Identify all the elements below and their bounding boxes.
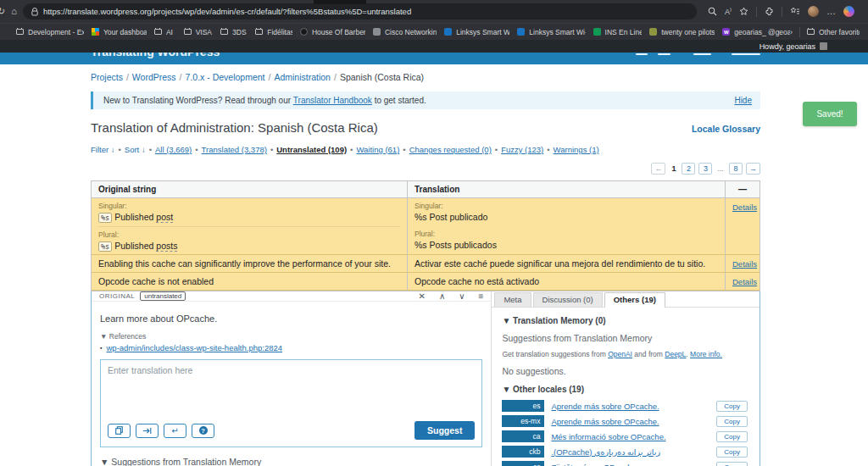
filter-fuzzy[interactable]: Fuzzy (123) xyxy=(501,145,543,154)
bookmark-linksys-2[interactable]: Linksys Smart Wi-F... xyxy=(509,28,585,36)
page-2-button[interactable]: 2 xyxy=(682,163,695,175)
filter-changes-requested[interactable]: Changes requested (0) xyxy=(409,145,492,154)
copy-button[interactable]: Copy xyxy=(716,416,748,427)
locale-translation-link[interactable]: Zjistěte více o OPcache. xyxy=(551,463,709,466)
separator: • xyxy=(547,145,549,154)
sort-toggle[interactable]: Sort ↓ xyxy=(125,145,146,154)
glossary-term[interactable]: posts xyxy=(156,241,177,252)
next-page-button[interactable]: → xyxy=(746,163,760,175)
bookmark-development[interactable]: Development - Exp... xyxy=(8,28,84,36)
table-row[interactable]: Opcode cache is not enabled Opcode cache… xyxy=(92,273,760,291)
table-row[interactable]: Enabling this cache can significantly im… xyxy=(92,255,760,273)
more-info-link[interactable]: More info. xyxy=(690,350,722,358)
bookmark-linksys-1[interactable]: Linksys Smart Wi-Fi xyxy=(437,28,509,36)
filter-all[interactable]: All (3,669) xyxy=(155,145,192,154)
table-row[interactable]: Singular: %sPublished post Plural: %sPub… xyxy=(92,198,760,255)
browser-chrome: ↻ ⌂ https://translate.wordpress.org/proj… xyxy=(0,0,868,40)
page-3-button[interactable]: 3 xyxy=(698,163,712,175)
breadcrumb-projects[interactable]: Projects xyxy=(91,72,123,82)
site-title[interactable]: Translating WordPress xyxy=(91,53,220,58)
read-aloud-icon[interactable]: A) xyxy=(725,7,732,16)
prev-page-button[interactable]: ← xyxy=(651,163,665,175)
references-toggle[interactable]: ▼ References xyxy=(100,332,482,341)
bookmark-visa[interactable]: VISA xyxy=(176,28,213,36)
close-icon[interactable]: ✕ xyxy=(419,291,426,301)
details-link[interactable]: Details xyxy=(732,277,757,286)
hide-notice-link[interactable]: Hide xyxy=(734,96,752,105)
settings-menu-icon[interactable]: … xyxy=(826,7,836,16)
filter-untranslated[interactable]: Untranslated (109) xyxy=(276,145,347,154)
menu-icon[interactable]: ≡ xyxy=(479,291,484,301)
nav-link-clipped[interactable] xyxy=(658,53,670,55)
translation-string: Opcode cache no está activado xyxy=(408,273,726,290)
copy-button[interactable]: Copy xyxy=(716,447,748,458)
bookmark-house-of-barber[interactable]: House Of Barber [... xyxy=(292,28,365,36)
filter-toggle[interactable]: Filter ↓ xyxy=(91,145,115,154)
copilot-icon[interactable] xyxy=(843,6,854,17)
nav-link-clipped[interactable] xyxy=(636,53,648,55)
page-8-button[interactable]: 8 xyxy=(729,163,743,175)
bookmarks-chevron-icon[interactable]: › xyxy=(790,28,793,36)
search-icon[interactable] xyxy=(708,7,717,16)
glossary-term[interactable]: post xyxy=(156,212,173,223)
breadcrumb-administration[interactable]: Administration xyxy=(274,72,331,82)
help-button[interactable]: ? xyxy=(192,424,214,438)
breadcrumb-wordpress[interactable]: WordPress xyxy=(132,72,176,82)
copy-button[interactable]: Copy xyxy=(716,462,748,466)
copy-button[interactable]: Copy xyxy=(716,431,748,442)
locale-translation-link[interactable]: Més informació sobre OPcache. xyxy=(551,432,709,441)
bookmark-ai[interactable]: AI xyxy=(147,28,176,36)
profile-avatar[interactable] xyxy=(808,6,819,17)
locale-glossary-link[interactable]: Locale Glossary xyxy=(692,124,760,134)
openai-link[interactable]: OpenAI xyxy=(608,350,632,358)
tab-discussion[interactable]: Discussion (0) xyxy=(533,292,603,307)
nav-link-clipped[interactable] xyxy=(693,53,711,55)
bookmark-geoarias[interactable]: Wgeoarias_ @geoari... xyxy=(715,28,790,36)
bookmark-ins[interactable]: INS En Linea xyxy=(586,28,643,36)
bookmark-twenty-one-pilots[interactable]: twenty one pilots -... xyxy=(642,28,715,36)
details-link[interactable]: Details xyxy=(732,259,757,269)
favorite-star-icon[interactable] xyxy=(739,7,748,16)
suggestions-tm-toggle[interactable]: ▼ Suggestions from Translation Memory xyxy=(100,457,482,466)
tab-meta[interactable]: Meta xyxy=(494,292,531,307)
translations-table: Original string Translation — Singular: … xyxy=(91,180,760,291)
other-locales-toggle[interactable]: ▼ Other locales (19) xyxy=(502,385,749,394)
insert-newline-button[interactable]: ↵ xyxy=(164,424,186,438)
translator-handbook-link[interactable]: Translator Handbook xyxy=(293,96,372,105)
copy-original-button[interactable] xyxy=(108,424,131,438)
bookmark-your-dashboard[interactable]: Your dashboard xyxy=(84,28,147,36)
admin-avatar[interactable] xyxy=(820,42,827,50)
breadcrumb-dev[interactable]: 7.0.x - Development xyxy=(186,72,265,82)
bookmark-3ds[interactable]: 3DS xyxy=(213,28,248,36)
suggest-button[interactable]: Suggest xyxy=(415,421,475,440)
next-string-icon[interactable]: ∨ xyxy=(459,291,465,301)
previous-string-icon[interactable]: ∧ xyxy=(439,291,445,301)
deepl-link[interactable]: DeepL xyxy=(665,350,686,358)
browser-tab[interactable] xyxy=(314,0,366,4)
home-icon[interactable]: ⌂ xyxy=(11,7,17,16)
nav-link-clipped[interactable] xyxy=(732,53,760,55)
favorites-bar-icon[interactable] xyxy=(790,7,800,16)
howdy-account[interactable]: Howdy, geoarias xyxy=(760,42,815,51)
filter-warnings[interactable]: Warnings (1) xyxy=(554,145,599,154)
details-link[interactable]: Details xyxy=(732,202,757,212)
refresh-icon[interactable]: ↻ xyxy=(0,7,5,16)
divider xyxy=(98,226,400,227)
translation-textarea[interactable] xyxy=(101,360,481,416)
locale-translation-link[interactable]: Aprende más sobre OPcache. xyxy=(551,402,709,411)
locale-badge: ckb xyxy=(502,446,544,458)
filter-waiting[interactable]: Waiting (61) xyxy=(356,145,399,154)
locale-translation-link[interactable]: Aprende más sobre OPcache. xyxy=(551,417,709,426)
copy-button[interactable]: Copy xyxy=(716,401,748,412)
reference-link[interactable]: wp-admin/includes/class-wp-site-health.p… xyxy=(106,343,282,352)
bookmark-fidelitas[interactable]: Fidélitas xyxy=(248,28,292,36)
translation-memory-toggle[interactable]: ▼ Translation Memory (0) xyxy=(502,316,749,325)
tab-others[interactable]: Others (19) xyxy=(604,292,665,308)
extensions-icon[interactable] xyxy=(765,7,774,16)
other-favorites[interactable]: Other favorites xyxy=(807,28,860,36)
filter-translated[interactable]: Translated (3,378) xyxy=(202,145,267,154)
bookmark-cisco[interactable]: Cisco Networking... xyxy=(365,28,437,36)
address-bar[interactable]: https://translate.wordpress.org/projects… xyxy=(23,3,697,19)
insert-tab-button[interactable] xyxy=(136,424,159,438)
locale-translation-link[interactable]: زیاتر بزانە دەربارەی (OPcache). xyxy=(551,447,709,457)
